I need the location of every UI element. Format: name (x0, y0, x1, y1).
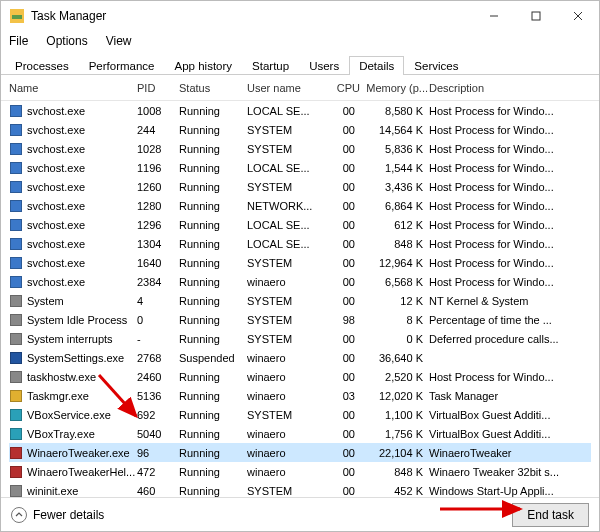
table-row[interactable]: svchost.exe1304RunningLOCAL SE...00848 K… (9, 234, 591, 253)
close-button[interactable] (557, 1, 599, 31)
col-memory[interactable]: Memory (p... (361, 78, 429, 98)
table-row[interactable]: SystemSettings.exe2768Suspendedwinaero00… (9, 348, 591, 367)
process-user: SYSTEM (247, 485, 325, 497)
process-pid: 1260 (137, 181, 179, 193)
table-row[interactable]: svchost.exe1008RunningLOCAL SE...008,580… (9, 101, 591, 120)
process-user: NETWORK... (247, 200, 325, 212)
process-memory: 8 K (361, 314, 429, 326)
process-status: Suspended (179, 352, 247, 364)
process-user: winaero (247, 447, 325, 459)
process-status: Running (179, 333, 247, 345)
table-row[interactable]: svchost.exe1196RunningLOCAL SE...001,544… (9, 158, 591, 177)
process-pid: 1640 (137, 257, 179, 269)
tab-performance[interactable]: Performance (79, 56, 165, 75)
process-name: wininit.exe (27, 485, 78, 497)
table-row[interactable]: svchost.exe1260RunningSYSTEM003,436 KHos… (9, 177, 591, 196)
table-row[interactable]: WinaeroTweaker.exe96Runningwinaero0022,1… (9, 443, 591, 462)
process-pid: 5136 (137, 390, 179, 402)
process-name: svchost.exe (27, 181, 85, 193)
process-description: WinaeroTweaker (429, 447, 576, 459)
fewer-details-button[interactable]: Fewer details (11, 507, 104, 523)
process-name: taskhostw.exe (27, 371, 96, 383)
process-pid: 1028 (137, 143, 179, 155)
process-status: Running (179, 314, 247, 326)
tab-users[interactable]: Users (299, 56, 349, 75)
process-description: Host Process for Windo... (429, 181, 576, 193)
process-icon (9, 370, 23, 384)
process-description: VirtualBox Guest Additi... (429, 409, 576, 421)
svg-rect-3 (532, 12, 540, 20)
process-icon (9, 123, 23, 137)
process-user: winaero (247, 428, 325, 440)
process-pid: 2384 (137, 276, 179, 288)
process-icon (9, 294, 23, 308)
process-user: winaero (247, 466, 325, 478)
process-status: Running (179, 428, 247, 440)
process-cpu: 00 (325, 200, 361, 212)
tab-apphistory[interactable]: App history (165, 56, 243, 75)
process-memory: 6,864 K (361, 200, 429, 212)
tab-startup[interactable]: Startup (242, 56, 299, 75)
col-user[interactable]: User name (247, 78, 325, 98)
process-description: Task Manager (429, 390, 576, 402)
table-row[interactable]: Taskmgr.exe5136Runningwinaero0312,020 KT… (9, 386, 591, 405)
maximize-button[interactable] (515, 1, 557, 31)
window-title: Task Manager (31, 9, 473, 23)
process-memory: 36,640 K (361, 352, 429, 364)
process-name: svchost.exe (27, 257, 85, 269)
table-row[interactable]: System4RunningSYSTEM0012 KNT Kernel & Sy… (9, 291, 591, 310)
table-row[interactable]: wininit.exe460RunningSYSTEM00452 KWindow… (9, 481, 591, 497)
col-description[interactable]: Description (429, 78, 576, 98)
table-row[interactable]: svchost.exe244RunningSYSTEM0014,564 KHos… (9, 120, 591, 139)
table-row[interactable]: VBoxTray.exe5040Runningwinaero001,756 KV… (9, 424, 591, 443)
table-row[interactable]: WinaeroTweakerHel...472Runningwinaero008… (9, 462, 591, 481)
menu-file[interactable]: File (7, 33, 30, 49)
col-status[interactable]: Status (179, 78, 247, 98)
col-cpu[interactable]: CPU (325, 78, 361, 98)
details-grid: Name PID Status User name CPU Memory (p.… (1, 75, 599, 497)
end-task-button[interactable]: End task (512, 503, 589, 527)
process-memory: 1,100 K (361, 409, 429, 421)
col-name[interactable]: Name (9, 78, 137, 98)
process-memory: 848 K (361, 466, 429, 478)
table-row[interactable]: taskhostw.exe2460Runningwinaero002,520 K… (9, 367, 591, 386)
process-user: SYSTEM (247, 409, 325, 421)
tab-services[interactable]: Services (404, 56, 468, 75)
table-row[interactable]: System Idle Process0RunningSYSTEM988 KPe… (9, 310, 591, 329)
process-name: svchost.exe (27, 238, 85, 250)
process-cpu: 00 (325, 105, 361, 117)
process-description: Host Process for Windo... (429, 162, 576, 174)
table-row[interactable]: svchost.exe2384Runningwinaero006,568 KHo… (9, 272, 591, 291)
window-controls (473, 1, 599, 31)
table-row[interactable]: svchost.exe1280RunningNETWORK...006,864 … (9, 196, 591, 215)
column-headers: Name PID Status User name CPU Memory (p.… (1, 75, 599, 101)
fewer-details-label: Fewer details (33, 508, 104, 522)
process-icon (9, 465, 23, 479)
process-status: Running (179, 219, 247, 231)
task-manager-window: Task Manager File Options View Processes… (0, 0, 600, 532)
table-row[interactable]: svchost.exe1296RunningLOCAL SE...00612 K… (9, 215, 591, 234)
process-icon (9, 351, 23, 365)
menu-view[interactable]: View (104, 33, 134, 49)
table-row[interactable]: System interrupts-RunningSYSTEM000 KDefe… (9, 329, 591, 348)
process-status: Running (179, 466, 247, 478)
table-row[interactable]: VBoxService.exe692RunningSYSTEM001,100 K… (9, 405, 591, 424)
process-memory: 5,836 K (361, 143, 429, 155)
process-name: svchost.exe (27, 200, 85, 212)
col-pid[interactable]: PID (137, 78, 179, 98)
process-status: Running (179, 162, 247, 174)
tab-details[interactable]: Details (349, 56, 404, 75)
process-memory: 12 K (361, 295, 429, 307)
table-row[interactable]: svchost.exe1028RunningSYSTEM005,836 KHos… (9, 139, 591, 158)
process-memory: 3,436 K (361, 181, 429, 193)
process-cpu: 00 (325, 257, 361, 269)
process-icon (9, 237, 23, 251)
minimize-button[interactable] (473, 1, 515, 31)
tab-processes[interactable]: Processes (5, 56, 79, 75)
process-icon (9, 161, 23, 175)
menu-options[interactable]: Options (44, 33, 89, 49)
process-memory: 6,568 K (361, 276, 429, 288)
process-name: WinaeroTweakerHel... (27, 466, 135, 478)
process-user: SYSTEM (247, 257, 325, 269)
table-row[interactable]: svchost.exe1640RunningSYSTEM0012,964 KHo… (9, 253, 591, 272)
